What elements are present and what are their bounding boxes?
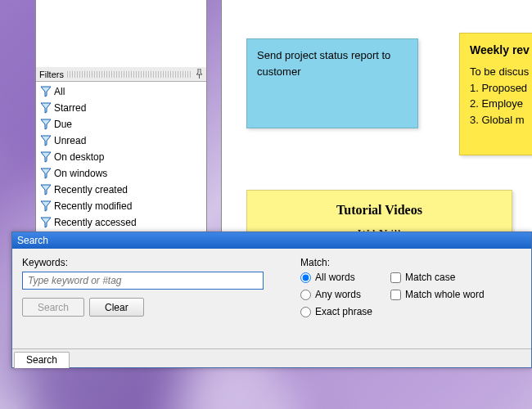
filter-label: Starred <box>54 102 86 114</box>
note-title: Tutorial Videos <box>257 200 502 220</box>
radio-any-words[interactable]: Any words <box>300 289 390 300</box>
filter-label: Recently modified <box>54 200 132 212</box>
clear-button[interactable]: Clear <box>89 298 144 317</box>
search-window: Search Keywords: Search Clear Match: All… <box>11 231 532 368</box>
filter-item-due[interactable]: Due <box>36 116 206 133</box>
filter-label: Unread <box>54 135 86 146</box>
note-line: 3. Global m <box>470 112 532 128</box>
filters-list: AllStarredDueUnreadOn desktopOn windowsR… <box>36 82 206 234</box>
match-label: Match: <box>300 257 521 268</box>
notes-canvas[interactable]: Send project status report to customer W… <box>221 0 532 232</box>
filter-label: On desktop <box>54 151 104 163</box>
search-titlebar[interactable]: Search <box>12 232 531 249</box>
filter-item-recently-modified[interactable]: Recently modified <box>36 198 206 214</box>
folder-tree-panel <box>35 0 207 68</box>
filter-label: On windows <box>54 168 107 179</box>
note-title: Weekly rev <box>470 42 532 59</box>
grip-decoration <box>67 71 192 78</box>
filter-label: Recently accessed <box>54 217 137 228</box>
check-match-whole[interactable]: Match whole word <box>390 289 521 300</box>
filter-label: Due <box>54 119 72 130</box>
note-line: 1. Proposed <box>470 80 532 97</box>
filter-item-starred[interactable]: Starred <box>36 100 206 116</box>
filters-panel: Filters AllStarredDueUnreadOn desktopOn … <box>35 67 207 234</box>
search-button[interactable]: Search <box>22 298 84 317</box>
pin-icon[interactable] <box>195 69 203 80</box>
sticky-note-blue[interactable]: Send project status report to customer <box>246 38 418 128</box>
check-match-case[interactable]: Match case <box>390 272 521 283</box>
filter-item-unread[interactable]: Unread <box>36 133 206 149</box>
radio-all-words[interactable]: All words <box>300 272 390 283</box>
keywords-label: Keywords: <box>22 257 268 268</box>
filter-label: All <box>54 86 65 97</box>
search-input[interactable] <box>22 272 264 290</box>
tab-strip: Search <box>12 348 531 367</box>
filter-item-all[interactable]: All <box>36 83 206 100</box>
filter-item-on-desktop[interactable]: On desktop <box>36 149 206 165</box>
search-title: Search <box>17 235 48 246</box>
filter-item-recently-accessed[interactable]: Recently accessed <box>36 214 206 231</box>
tab-search[interactable]: Search <box>14 352 70 368</box>
filter-label: Recently created <box>54 184 128 196</box>
note-line: To be discus <box>470 64 532 80</box>
filter-item-on-windows[interactable]: On windows <box>36 165 206 182</box>
sticky-note-weekly[interactable]: Weekly rev To be discus 1. Proposed 2. E… <box>459 33 532 155</box>
filter-item-recently-created[interactable]: Recently created <box>36 182 206 198</box>
note-line: 2. Employe <box>470 96 532 112</box>
filters-header[interactable]: Filters <box>36 67 206 82</box>
filters-title: Filters <box>39 70 64 79</box>
radio-exact-phrase[interactable]: Exact phrase <box>300 306 390 317</box>
note-body: Send project status report to customer <box>257 47 408 79</box>
